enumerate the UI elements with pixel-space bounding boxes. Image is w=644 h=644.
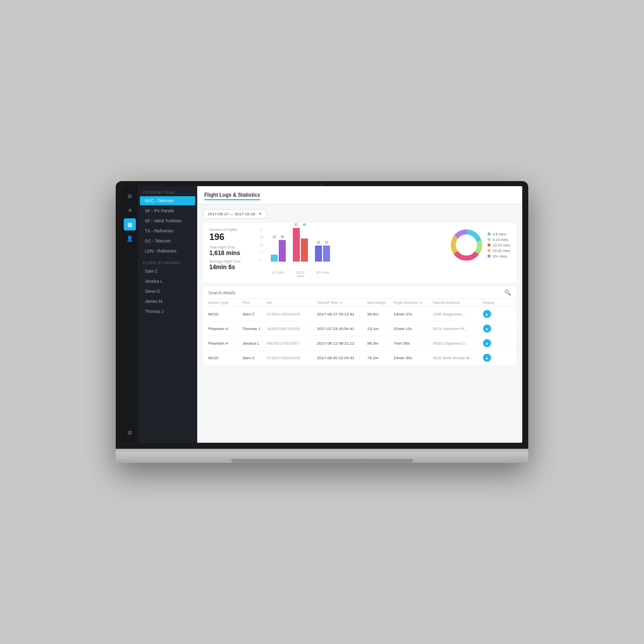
stats-section: Number of Flights 196 Total Flight Time … [203, 223, 516, 283]
legend-dot-pink [488, 244, 491, 247]
dropdown-arrow-icon: ▼ [258, 212, 262, 216]
bar-chart-container: 0 17 34 50 67 13 [260, 228, 441, 278]
filter-by-team-label: Filter by Team [138, 186, 197, 196]
total-time-value: 1,618 mins [209, 250, 255, 257]
bar-group-labels-2: 67 46 [293, 223, 308, 226]
td-height-1: 23.1m [367, 327, 393, 331]
main-header: Flight Logs & Statistics [197, 186, 522, 204]
y-label-0: 0 [260, 258, 263, 262]
y-axis: 0 17 34 50 67 [260, 228, 263, 262]
td-sn-0: 07JDD1700103VD [267, 312, 317, 316]
table-row: M210 Sam C 07JDD1700103VD 2017-08-27 03:… [203, 307, 516, 321]
sidebar-item-sf-pv[interactable]: SF - PV Panels [140, 206, 195, 215]
bar-top-32b: 32 [323, 240, 330, 244]
sidebar-item-sf-wind[interactable]: SF - Wind Turbines [140, 216, 195, 225]
bar-group-labels: 13 38 [271, 235, 286, 238]
avg-time-label: Average Flight Time [209, 260, 255, 263]
td-height-3: 76.2m [367, 356, 393, 360]
td-time-0: 2017-08-27 03:12:41 [317, 312, 367, 316]
bar-top-67: 67 [293, 223, 300, 226]
col-flight-duration[interactable]: Flight Duration⇅ [393, 301, 433, 304]
td-sn-3: 07JDD1700103VD [267, 356, 317, 360]
sidebar-item-james[interactable]: James M [140, 297, 195, 306]
bar-pink-1 [293, 228, 300, 262]
y-label-17: 17 [260, 251, 263, 254]
td-time-2: 2017-06-12 08:21:12 [317, 341, 367, 346]
td-pilot-2: Jessica L [243, 341, 267, 346]
td-pilot-3: Sam C [243, 356, 267, 360]
legend-item-20plus: 20+ mins [488, 255, 510, 258]
legend-item-5-10: 5-10 mins [488, 238, 510, 242]
td-height-0: 56.8m [367, 312, 393, 316]
replay-button-3[interactable]: ▶ [483, 354, 491, 362]
sidebar-item-nyc[interactable]: NYC - Telecom [140, 196, 195, 205]
col-replay: Replay [483, 301, 501, 304]
bar-group-20plus: 32 32 [315, 246, 330, 262]
td-pilot-0: Sam C [243, 312, 267, 316]
col-takeoff-time[interactable]: Takeoff Time⇅ [317, 301, 367, 304]
people-icon[interactable]: 👤 [124, 232, 136, 245]
td-replay-1[interactable]: ▶ [483, 325, 501, 333]
bar-top-32a: 32 [315, 240, 322, 244]
donut-section: 0-6 mins 5-10 mins 10-15 mins [449, 228, 510, 262]
bar-indigo-2 [323, 246, 330, 262]
td-duration-0: 14min 37s [393, 312, 433, 316]
y-label-50: 50 [260, 235, 263, 239]
col-pilot: Pilot [243, 301, 267, 304]
drone-icon[interactable]: ✈ [124, 204, 136, 216]
x-label-0-5: 0-5 mins [271, 271, 286, 278]
td-duration-1: 21min 12s [393, 327, 433, 331]
sidebar-item-steve[interactable]: Steve D [140, 287, 195, 296]
bar-group-0-5: 13 38 [271, 240, 286, 262]
replay-button-0[interactable]: ▶ [483, 310, 491, 318]
main-body: 2017-09-17 — 2017-10-16 ▼ Number of Flig… [197, 204, 522, 443]
sidebar-item-thomas[interactable]: Thomas J [140, 307, 195, 316]
bottom-gear-icon[interactable]: ⚙ [124, 427, 136, 439]
legend-dot-yellow [488, 249, 491, 252]
bar-top-46: 46 [301, 223, 308, 226]
x-axis-labels: 0-5 mins 10-15 mins 20+ mins [260, 271, 441, 278]
sidebar-item-tx[interactable]: TX - Refineries [140, 226, 195, 235]
x-label-10-15: 10-15 mins [293, 271, 308, 278]
col-device: Device Type [208, 301, 243, 304]
replay-button-1[interactable]: ▶ [483, 325, 491, 333]
td-address-2: 4520 Chippewa D... [433, 341, 483, 346]
td-duration-3: 19min 30s [393, 356, 433, 360]
td-sn-2: 96DTD1700102FJ [267, 341, 317, 346]
td-address-0: 1250 Ridgeview... [433, 312, 483, 316]
laptop-screen: ⚙ ✈ ▦ 👤 ⚙ Filter by Team NYC - Telecom S… [122, 186, 522, 443]
num-flights-label: Number of Flights [209, 228, 255, 231]
donut-chart [449, 228, 484, 262]
legend-label-20plus: 20+ mins [493, 255, 507, 258]
bar-cyan [271, 255, 278, 262]
legend-label-0-6: 0-6 mins [493, 232, 506, 236]
active-nav-icon[interactable]: ▦ [124, 218, 136, 230]
col-max-height: Max Height [367, 301, 393, 304]
td-replay-2[interactable]: ▶ [483, 339, 501, 347]
settings-icon[interactable]: ⚙ [124, 190, 136, 202]
sidebar-item-jessica[interactable]: Jessica L [140, 277, 195, 286]
legend-dot-purple [488, 255, 491, 258]
td-device-2: Phantom 4 [208, 341, 243, 346]
total-time-label: Total Flight Time [209, 246, 255, 249]
date-range-button[interactable]: 2017-09-17 — 2017-10-16 ▼ [203, 209, 267, 219]
sidebar-item-dc[interactable]: DC - Telecom [140, 236, 195, 246]
bar-purple-light [279, 240, 286, 262]
td-replay-3[interactable]: ▶ [483, 354, 501, 362]
sidebar-text-column: Filter by Team NYC - Telecom SF - PV Pan… [138, 186, 197, 443]
td-replay-0[interactable]: ▶ [483, 310, 501, 318]
table-header: Device Type Pilot SN Takeoff Time⇅ Max H… [203, 299, 516, 307]
td-height-2: 86.3m [367, 341, 393, 346]
legend-item-10-15: 10-15 mins [488, 244, 510, 247]
td-sn-1: 18JDD1897103VD [267, 327, 317, 331]
laptop-camera [321, 183, 324, 186]
main-content: Flight Logs & Statistics 2017-09-17 — 20… [197, 186, 522, 443]
search-input[interactable] [208, 290, 504, 295]
table-row: M210 Sam C 07JDD1700103VD 2017-08-30 12:… [203, 351, 516, 365]
td-device-1: Phantom 4 [208, 327, 243, 331]
sidebar-item-ldn[interactable]: LDN - Refineries [140, 247, 195, 256]
sidebar-item-sam[interactable]: Sam C [140, 267, 195, 276]
replay-button-2[interactable]: ▶ [483, 339, 491, 347]
y-label-67: 67 [260, 228, 263, 231]
col-takeoff-address: Takeoff Address [433, 301, 483, 304]
